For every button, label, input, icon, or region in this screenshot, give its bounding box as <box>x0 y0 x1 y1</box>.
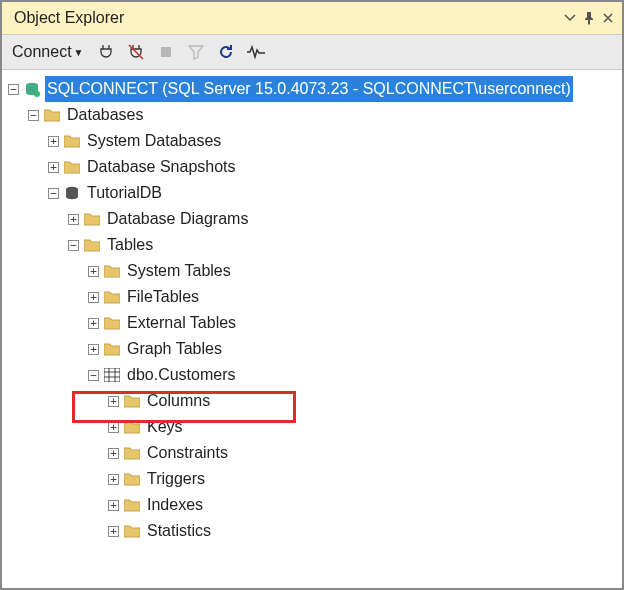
folder-icon <box>123 444 141 462</box>
expander-icon[interactable]: + <box>108 526 119 537</box>
tree-label: Database Diagrams <box>105 206 250 232</box>
tree-node-filetables[interactable]: + FileTables <box>8 284 622 310</box>
expander-icon[interactable]: − <box>8 84 19 95</box>
tree-node-system-tables[interactable]: + System Tables <box>8 258 622 284</box>
folder-icon <box>43 106 61 124</box>
folder-icon <box>123 470 141 488</box>
tree-label: Keys <box>145 414 185 440</box>
svg-rect-4 <box>104 368 120 382</box>
folder-icon <box>103 314 121 332</box>
disconnect-plug-icon[interactable] <box>126 42 146 62</box>
folder-icon <box>123 418 141 436</box>
folder-icon <box>103 288 121 306</box>
tree-label: Constraints <box>145 440 230 466</box>
tree-node-dbo-customers[interactable]: − dbo.Customers <box>8 362 622 388</box>
folder-icon <box>83 236 101 254</box>
tree-node-constraints[interactable]: + Constraints <box>8 440 622 466</box>
expander-icon[interactable]: + <box>108 422 119 433</box>
folder-icon <box>83 210 101 228</box>
tree-node-system-databases[interactable]: + System Databases <box>8 128 622 154</box>
folder-icon <box>123 522 141 540</box>
expander-icon[interactable]: + <box>108 474 119 485</box>
svg-rect-0 <box>161 47 171 57</box>
tree-label: Tables <box>105 232 155 258</box>
tree-node-database-diagrams[interactable]: + Database Diagrams <box>8 206 622 232</box>
tree-label: Databases <box>65 102 146 128</box>
folder-icon <box>63 132 81 150</box>
filter-icon[interactable] <box>186 42 206 62</box>
tree-node-keys[interactable]: + Keys <box>8 414 622 440</box>
tree-label: System Databases <box>85 128 223 154</box>
folder-icon <box>123 392 141 410</box>
tree-label: System Tables <box>125 258 233 284</box>
tree-view[interactable]: − SQLCONNECT (SQL Server 15.0.4073.23 - … <box>2 72 622 588</box>
tree-node-tutorialdb[interactable]: − TutorialDB <box>8 180 622 206</box>
tree-label: External Tables <box>125 310 238 336</box>
expander-icon[interactable]: + <box>88 318 99 329</box>
expander-icon[interactable]: − <box>88 370 99 381</box>
tree-label: Columns <box>145 388 212 414</box>
activity-monitor-icon[interactable] <box>246 42 266 62</box>
folder-icon <box>123 496 141 514</box>
window-menu-icon[interactable] <box>564 12 576 24</box>
tree-node-tables[interactable]: − Tables <box>8 232 622 258</box>
tree-node-triggers[interactable]: + Triggers <box>8 466 622 492</box>
tree-label: dbo.Customers <box>125 362 238 388</box>
stop-icon <box>156 42 176 62</box>
tree-node-statistics[interactable]: + Statistics <box>8 518 622 544</box>
server-icon <box>23 80 41 98</box>
tree-label: SQLCONNECT (SQL Server 15.0.4073.23 - SQ… <box>45 76 573 102</box>
panel-titlebar: Object Explorer <box>2 2 622 34</box>
svg-point-2 <box>34 91 40 97</box>
expander-icon[interactable]: − <box>28 110 39 121</box>
tree-label: TutorialDB <box>85 180 164 206</box>
expander-icon[interactable]: + <box>108 396 119 407</box>
tree-label: FileTables <box>125 284 201 310</box>
folder-icon <box>103 262 121 280</box>
pin-icon[interactable] <box>582 11 596 25</box>
tree-node-indexes[interactable]: + Indexes <box>8 492 622 518</box>
connect-label: Connect <box>12 43 72 61</box>
expander-icon[interactable]: + <box>48 136 59 147</box>
tree-label: Database Snapshots <box>85 154 238 180</box>
tree-label: Graph Tables <box>125 336 224 362</box>
tree-node-server[interactable]: − SQLCONNECT (SQL Server 15.0.4073.23 - … <box>8 76 622 102</box>
expander-icon[interactable]: + <box>108 500 119 511</box>
folder-icon <box>103 340 121 358</box>
folder-icon <box>63 158 81 176</box>
tree-label: Indexes <box>145 492 205 518</box>
expander-icon[interactable]: + <box>68 214 79 225</box>
tree-node-columns[interactable]: + Columns <box>8 388 622 414</box>
panel-window-controls <box>564 11 614 25</box>
expander-icon[interactable]: + <box>88 344 99 355</box>
table-icon <box>103 366 121 384</box>
tree-node-external-tables[interactable]: + External Tables <box>8 310 622 336</box>
toolbar: Connect ▼ <box>2 34 622 70</box>
expander-icon[interactable]: + <box>48 162 59 173</box>
tree-label: Statistics <box>145 518 213 544</box>
expander-icon[interactable]: − <box>68 240 79 251</box>
expander-icon[interactable]: − <box>48 188 59 199</box>
expander-icon[interactable]: + <box>108 448 119 459</box>
refresh-icon[interactable] <box>216 42 236 62</box>
tree-label: Triggers <box>145 466 207 492</box>
panel-title: Object Explorer <box>10 9 564 27</box>
dropdown-caret-icon: ▼ <box>74 47 84 58</box>
close-icon[interactable] <box>602 12 614 24</box>
connect-button[interactable]: Connect ▼ <box>10 41 86 63</box>
tree-node-graph-tables[interactable]: + Graph Tables <box>8 336 622 362</box>
connect-plug-icon[interactable] <box>96 42 116 62</box>
database-icon <box>63 184 81 202</box>
tree-node-database-snapshots[interactable]: + Database Snapshots <box>8 154 622 180</box>
expander-icon[interactable]: + <box>88 266 99 277</box>
expander-icon[interactable]: + <box>88 292 99 303</box>
tree-node-databases[interactable]: − Databases <box>8 102 622 128</box>
